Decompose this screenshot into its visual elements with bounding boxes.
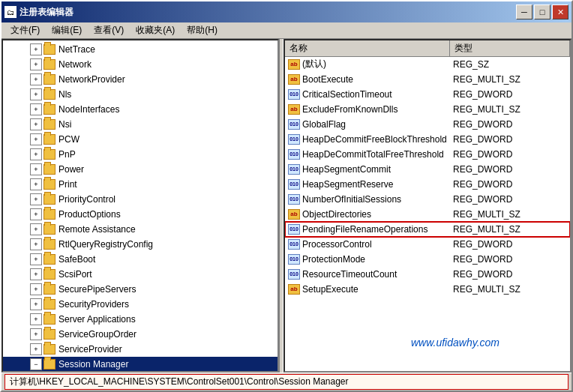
expand-icon[interactable]: +	[30, 223, 42, 235]
maximize-button[interactable]: □	[534, 4, 550, 19]
menu-file[interactable]: 文件(F)	[4, 22, 46, 38]
values-list: ab(默认)REG_SZabBootExecuteREG_MULTI_SZ010…	[285, 57, 570, 297]
expand-icon[interactable]: +	[30, 43, 42, 55]
folder-icon	[44, 209, 56, 220]
menu-view[interactable]: 查看(V)	[88, 22, 130, 38]
expand-icon[interactable]: +	[30, 178, 42, 190]
value-row[interactable]: 010HeapSegmentReserveREG_DWORD	[285, 177, 570, 192]
tree-item[interactable]: +Remote Assistance	[3, 222, 278, 237]
tree-item[interactable]: +SecurityProviders	[3, 297, 278, 312]
tree-item[interactable]: +SecurePipeServers	[3, 282, 278, 297]
folder-icon	[44, 314, 56, 325]
tree-item-label: SecurityProviders	[58, 299, 129, 310]
tree-item[interactable]: +Print	[3, 177, 278, 192]
value-row[interactable]: 010PendingFileRenameOperationsREG_MULTI_…	[285, 222, 570, 237]
value-type-text: REG_DWORD	[450, 254, 570, 265]
values-panel[interactable]: 名称 类型 ab(默认)REG_SZabBootExecuteREG_MULTI…	[284, 39, 572, 373]
dword-icon: 010	[288, 149, 300, 160]
value-name-text: ExcludeFromKnownDlls	[302, 104, 398, 115]
expand-icon[interactable]: +	[30, 148, 42, 160]
value-type-text: REG_MULTI_SZ	[450, 74, 570, 85]
close-button[interactable]: ✕	[552, 4, 568, 19]
registry-editor-window: 🗂 注册表编辑器 ─ □ ✕ 文件(F) 编辑(E) 查看(V) 收藏夹(A) …	[0, 0, 573, 392]
window-icon: 🗂	[4, 6, 16, 18]
expand-icon[interactable]: +	[30, 343, 42, 355]
tree-item[interactable]: +Nls	[3, 87, 278, 102]
value-row[interactable]: 010ProcessorControlREG_DWORD	[285, 237, 570, 252]
expand-icon[interactable]: +	[30, 298, 42, 310]
value-row[interactable]: 010HeapSegmentCommitREG_DWORD	[285, 162, 570, 177]
value-row[interactable]: 010ProtectionModeREG_DWORD	[285, 252, 570, 267]
tree-item[interactable]: +NetworkProvider	[3, 72, 278, 87]
folder-icon	[44, 299, 56, 310]
expand-icon[interactable]: +	[30, 193, 42, 205]
tree-item[interactable]: +ProductOptions	[3, 207, 278, 222]
expand-icon[interactable]: +	[30, 118, 42, 130]
expand-icon[interactable]: +	[30, 268, 42, 280]
value-row[interactable]: 010NumberOfInitialSessionsREG_DWORD	[285, 192, 570, 207]
expand-icon[interactable]: +	[30, 73, 42, 85]
expand-icon[interactable]: +	[30, 103, 42, 115]
minimize-button[interactable]: ─	[516, 4, 532, 19]
window-title: 注册表编辑器	[20, 6, 513, 19]
tree-item-label: Power	[58, 164, 84, 175]
tree-item[interactable]: +ServiceProvider	[3, 342, 278, 357]
value-row[interactable]: ab(默认)REG_SZ	[285, 57, 570, 72]
value-row[interactable]: 010HeapDeCommitTotalFreeThresholdREG_DWO…	[285, 147, 570, 162]
expand-icon[interactable]: +	[30, 163, 42, 175]
tree-item[interactable]: +SafeBoot	[3, 252, 278, 267]
tree-item-label: NodeInterfaces	[58, 104, 119, 115]
value-row[interactable]: abBootExecuteREG_MULTI_SZ	[285, 72, 570, 87]
value-row[interactable]: abExcludeFromKnownDllsREG_MULTI_SZ	[285, 102, 570, 117]
tree-item[interactable]: −Session Manager	[3, 357, 278, 372]
tree-item-label: SafeBoot	[58, 254, 95, 265]
expand-icon[interactable]: +	[30, 313, 42, 325]
value-type-text: REG_SZ	[450, 59, 570, 70]
tree-item[interactable]: +PriorityControl	[3, 192, 278, 207]
tree-item[interactable]: +ServiceGroupOrder	[3, 327, 278, 342]
tree-item[interactable]: +ScsiPort	[3, 267, 278, 282]
value-type-text: REG_MULTI_SZ	[450, 224, 570, 235]
expand-icon[interactable]: +	[30, 133, 42, 145]
expand-icon[interactable]: +	[30, 283, 42, 295]
expand-icon[interactable]: +	[30, 253, 42, 265]
tree-item[interactable]: +RtlQueryRegistryConfig	[3, 237, 278, 252]
tree-item[interactable]: +Nsi	[3, 117, 278, 132]
value-name-cell: ab(默认)	[285, 58, 450, 70]
tree-item[interactable]: +NodeInterfaces	[3, 102, 278, 117]
tree-item[interactable]: +PnP	[3, 147, 278, 162]
expand-icon[interactable]: +	[30, 238, 42, 250]
tree-panel[interactable]: +NetTrace+Network+NetworkProvider+Nls+No…	[2, 39, 279, 373]
tree-item[interactable]: +Network	[3, 57, 278, 72]
value-name-cell: 010HeapDeCommitTotalFreeThreshold	[285, 149, 450, 160]
tree-item[interactable]: +PCW	[3, 132, 278, 147]
tree-item[interactable]: +Server Applications	[3, 312, 278, 327]
tree-item-label: PCW	[58, 134, 80, 145]
menu-help[interactable]: 帮助(H)	[181, 22, 224, 38]
value-row[interactable]: 010ResourceTimeoutCountREG_DWORD	[285, 267, 570, 282]
values-header: 名称 类型	[285, 40, 570, 57]
folder-icon	[44, 164, 56, 175]
value-row[interactable]: abObjectDirectoriesREG_MULTI_SZ	[285, 207, 570, 222]
value-name-cell: abSetupExecute	[285, 284, 450, 295]
expand-icon[interactable]: +	[30, 58, 42, 70]
expand-icon[interactable]: −	[30, 358, 42, 370]
menu-favorites[interactable]: 收藏夹(A)	[130, 22, 181, 38]
expand-icon[interactable]: +	[30, 208, 42, 220]
header-name: 名称	[285, 40, 450, 56]
value-type-text: REG_DWORD	[450, 149, 570, 160]
expand-icon[interactable]: +	[30, 88, 42, 100]
tree-item-label: Nsi	[58, 119, 71, 130]
status-bar: 计算机\HKEY_LOCAL_MACHINE\SYSTEM\ControlSet…	[2, 373, 572, 391]
tree-item[interactable]: +Power	[3, 162, 278, 177]
value-name-text: BootExecute	[302, 74, 353, 85]
value-row[interactable]: abSetupExecuteREG_MULTI_SZ	[285, 282, 570, 297]
menu-edit[interactable]: 编辑(E)	[46, 22, 88, 38]
value-row[interactable]: 010CriticalSectionTimeoutREG_DWORD	[285, 87, 570, 102]
tree-item-label: SecurePipeServers	[58, 284, 136, 295]
expand-icon[interactable]: +	[30, 328, 42, 340]
value-row[interactable]: 010GlobalFlagREG_DWORD	[285, 117, 570, 132]
value-row[interactable]: 010HeapDeCommitFreeBlockThresholdREG_DWO…	[285, 132, 570, 147]
tree-item[interactable]: +NetTrace	[3, 42, 278, 57]
tree-item-label: Network	[58, 59, 92, 70]
